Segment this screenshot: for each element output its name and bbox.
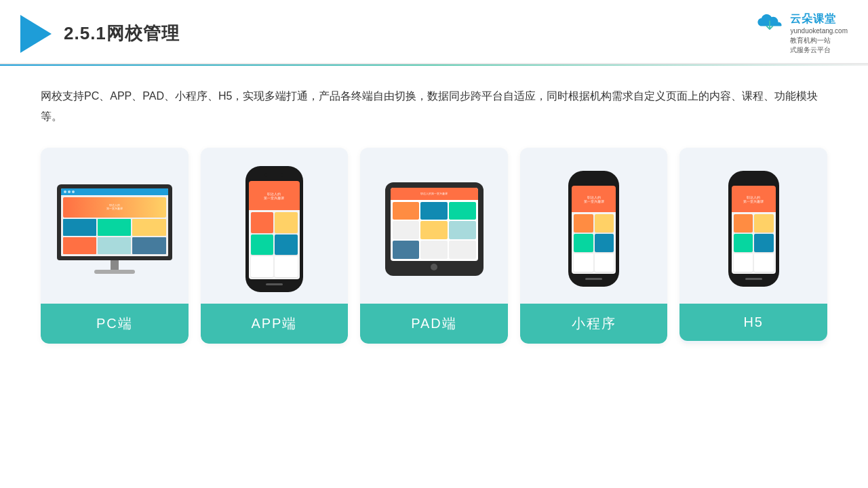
cloud-icon	[755, 12, 785, 31]
mp-card-6	[595, 253, 614, 272]
tablet-banner-text: 职达人的第一堂兴趣课	[393, 192, 475, 195]
monitor-neck	[111, 260, 119, 270]
mp-phone-outer: 职达人的第一堂兴趣课	[568, 171, 619, 287]
h5-phone-notch	[744, 178, 763, 182]
tab-card-6	[449, 221, 476, 239]
grid-item-5	[98, 237, 131, 254]
logo-triangle-icon	[20, 15, 52, 53]
phone-outer: 职达人的第一堂兴趣课	[245, 166, 303, 292]
app-card: 职达人的第一堂兴趣课	[201, 148, 349, 344]
mp-phone-screen: 职达人的第一堂兴趣课	[572, 186, 616, 274]
h5-image-area: 职达人的第一堂兴趣课	[679, 148, 827, 304]
app-card-5	[251, 256, 274, 277]
mp-phone-home	[585, 278, 602, 280]
h5-screen-mid	[732, 212, 776, 274]
h5-card: 职达人的第一堂兴趣课	[679, 148, 827, 344]
monitor-base	[94, 270, 135, 274]
h5-card-3	[734, 234, 753, 252]
brand-name: 云朵课堂	[790, 12, 848, 26]
brand-tagline-line1: 教育机构一站	[790, 36, 848, 45]
brand-area: 云朵课堂 yunduoketang.com 教育机构一站 式服务云平台	[755, 12, 848, 55]
grid-item-1	[63, 219, 96, 236]
mp-screen-mid	[572, 212, 616, 274]
mp-card-2	[595, 214, 614, 232]
pc-card: 职达人的第一堂兴趣课	[41, 148, 189, 344]
tablet-screen: 职达人的第一堂兴趣课	[391, 188, 478, 261]
phone-home	[266, 283, 283, 285]
description-text: 网校支持PC、APP、PAD、小程序、H5，实现多端打通，产品各终端自由切换，数…	[41, 86, 827, 127]
mp-phone-notch	[585, 178, 604, 182]
grid-item-6	[132, 237, 165, 254]
pc-label: PC端	[41, 304, 189, 344]
monitor-banner: 职达人的第一堂兴趣课	[63, 197, 166, 218]
header-left: 2.5.1网校管理	[20, 15, 180, 53]
tab-card-2	[420, 202, 448, 220]
monitor-screen: 职达人的第一堂兴趣课	[61, 188, 168, 256]
dot1	[64, 190, 66, 193]
app-card-2	[275, 212, 298, 233]
banner-text: 职达人的第一堂兴趣课	[106, 204, 123, 211]
app-card-1	[251, 212, 274, 233]
pc-image-area: 职达人的第一堂兴趣课	[41, 148, 189, 304]
pad-image-area: 职达人的第一堂兴趣课	[360, 148, 508, 304]
monitor-content: 职达人的第一堂兴趣课	[61, 195, 168, 256]
h5-card-4	[754, 234, 774, 252]
h5-card-5	[734, 253, 753, 272]
phone-notch	[264, 173, 283, 177]
device-cards-container: 职达人的第一堂兴趣课	[41, 148, 827, 344]
h5-label: H5	[679, 304, 827, 341]
tablet-content	[391, 200, 478, 261]
h5-phone-home	[745, 278, 762, 280]
monitor-grid	[63, 219, 166, 254]
brand-text-area: 云朵课堂 yunduoketang.com 教育机构一站 式服务云平台	[790, 12, 848, 55]
app-card-4	[275, 235, 298, 256]
mp-card-1	[574, 214, 593, 232]
monitor-bar	[61, 188, 168, 195]
tab-card-7	[393, 241, 420, 259]
h5-card-1	[734, 214, 753, 232]
app-image-area: 职达人的第一堂兴趣课	[201, 148, 349, 304]
pad-tablet: 职达人的第一堂兴趣课	[385, 182, 484, 276]
h5-screen-top: 职达人的第一堂兴趣课	[732, 186, 776, 212]
brand-domain: yunduoketang.com	[790, 26, 848, 36]
miniprogram-image-area: 职达人的第一堂兴趣课	[520, 148, 668, 304]
mp-card-4	[595, 234, 614, 252]
h5-card-6	[754, 253, 774, 272]
h5-phone-outer: 职达人的第一堂兴趣课	[728, 171, 779, 287]
tablet-wrapper: 职达人的第一堂兴趣课	[391, 188, 478, 261]
phone-screen-mid	[249, 210, 300, 279]
grid-item-2	[98, 219, 131, 236]
tab-card-5	[420, 221, 448, 239]
phone-screen-top: 职达人的第一堂兴趣课	[249, 181, 300, 211]
tablet-outer: 职达人的第一堂兴趣课	[385, 182, 484, 276]
miniprogram-phone: 职达人的第一堂兴趣课	[568, 171, 619, 287]
pad-label: PAD端	[360, 304, 508, 344]
tab-card-1	[393, 202, 420, 220]
tab-card-4	[393, 221, 420, 239]
phone-screen: 职达人的第一堂兴趣课	[249, 181, 300, 279]
mp-card-5	[574, 253, 593, 272]
app-card-6	[275, 256, 298, 277]
dot3	[72, 190, 75, 193]
mp-screen-top: 职达人的第一堂兴趣课	[572, 186, 616, 212]
miniprogram-card: 职达人的第一堂兴趣课	[520, 148, 668, 344]
dot2	[68, 190, 71, 193]
miniprogram-label: 小程序	[520, 304, 668, 344]
h5-phone: 职达人的第一堂兴趣课	[728, 171, 779, 287]
pc-monitor: 职达人的第一堂兴趣课	[57, 184, 172, 274]
app-label: APP端	[201, 304, 349, 344]
app-phone: 职达人的第一堂兴趣课	[245, 166, 303, 292]
brand-tagline-line2: 式服务云平台	[790, 45, 848, 55]
grid-item-4	[63, 237, 96, 254]
tab-card-3	[449, 202, 476, 220]
header: 2.5.1网校管理 云朵课堂 yunduoketang.com 教育机构一站 式…	[0, 0, 868, 64]
h5-phone-screen: 职达人的第一堂兴趣课	[732, 186, 776, 274]
tab-card-9	[449, 241, 476, 259]
tablet-bar: 职达人的第一堂兴趣课	[391, 188, 478, 200]
h5-card-2	[754, 214, 774, 232]
main-content: 网校支持PC、APP、PAD、小程序、H5，实现多端打通，产品各终端自由切换，数…	[0, 66, 868, 357]
grid-item-3	[132, 219, 165, 236]
tablet-home	[431, 264, 437, 270]
app-card-3	[251, 235, 274, 256]
page-title: 2.5.1网校管理	[64, 22, 180, 45]
